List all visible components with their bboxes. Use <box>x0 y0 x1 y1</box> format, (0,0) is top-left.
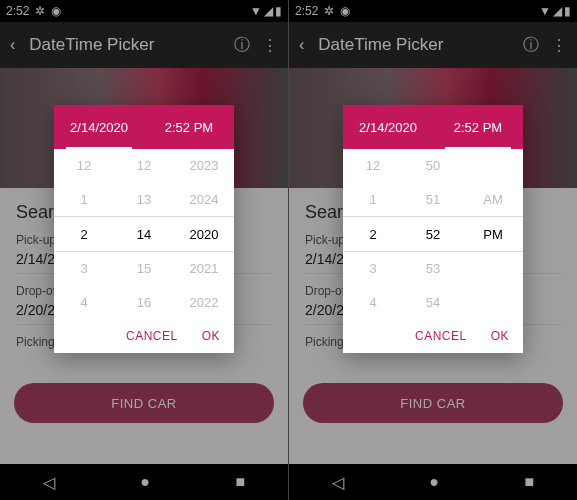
date-spinner[interactable]: 12 1 2 3 4 12 13 14 15 16 2023 2024 2020 <box>54 149 234 319</box>
datetime-picker: 2/14/2020 2:52 PM 12 1 2 3 4 12 13 14 15… <box>54 105 234 353</box>
modal-overlay: 2/14/2020 2:52 PM 12 1 2 3 4 50 51 52 53… <box>289 0 577 500</box>
cancel-button[interactable]: CANCEL <box>126 329 178 343</box>
date-tab[interactable]: 2/14/2020 <box>54 105 144 149</box>
time-spinner[interactable]: 12 1 2 3 4 50 51 52 53 54 AM PM <box>343 149 523 319</box>
day-column[interactable]: 12 13 14 15 16 <box>114 149 174 319</box>
date-tab[interactable]: 2/14/2020 <box>343 105 433 149</box>
minute-column[interactable]: 50 51 52 53 54 <box>403 149 463 319</box>
month-column[interactable]: 12 1 2 3 4 <box>54 149 114 319</box>
time-tab[interactable]: 2:52 PM <box>433 105 523 149</box>
ok-button[interactable]: OK <box>491 329 509 343</box>
modal-overlay: 2/14/2020 2:52 PM 12 1 2 3 4 12 13 14 15… <box>0 0 288 500</box>
ampm-column[interactable]: AM PM <box>463 149 523 319</box>
ok-button[interactable]: OK <box>202 329 220 343</box>
time-tab[interactable]: 2:52 PM <box>144 105 234 149</box>
hour-column[interactable]: 12 1 2 3 4 <box>343 149 403 319</box>
datetime-picker: 2/14/2020 2:52 PM 12 1 2 3 4 50 51 52 53… <box>343 105 523 353</box>
year-column[interactable]: 2023 2024 2020 2021 2022 <box>174 149 234 319</box>
cancel-button[interactable]: CANCEL <box>415 329 467 343</box>
